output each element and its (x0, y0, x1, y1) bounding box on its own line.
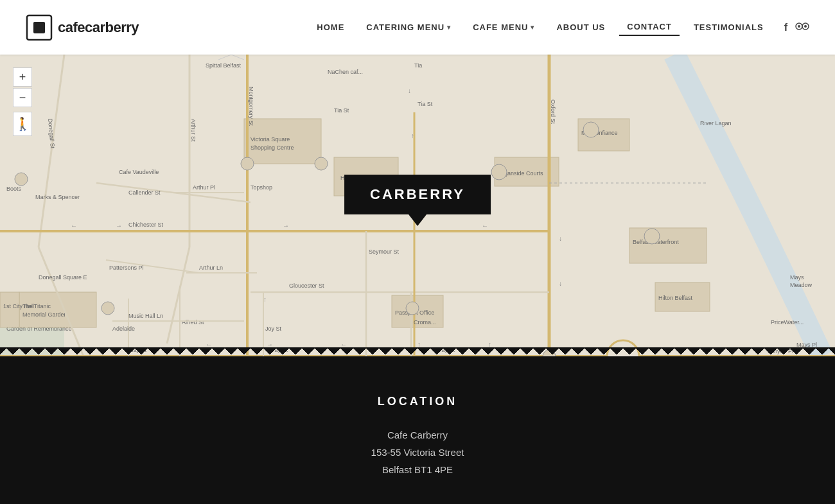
svg-text:Adelaide: Adelaide (112, 326, 135, 332)
svg-point-94 (15, 173, 28, 186)
svg-point-98 (491, 164, 507, 180)
svg-rect-1 (33, 22, 45, 33)
svg-rect-26 (0, 292, 19, 327)
svg-text:Arthur St: Arthur St (190, 119, 197, 142)
location-name: Cafe Carberry (371, 426, 464, 444)
catering-menu-arrow: ▾ (447, 24, 451, 31)
svg-point-97 (583, 122, 599, 137)
svg-text:↓: ↓ (559, 280, 562, 287)
location-address-line1: 153-55 Victoria Street (371, 444, 464, 461)
svg-text:Boots: Boots (6, 186, 22, 192)
svg-text:1st City Hall: 1st City Hall (3, 303, 34, 309)
svg-point-92 (241, 157, 254, 170)
svg-text:Croma...: Croma... (414, 319, 436, 326)
svg-point-96 (406, 302, 419, 315)
svg-text:Marks & Spencer: Marks & Spencer (35, 194, 80, 200)
svg-text:↑: ↑ (263, 296, 267, 303)
svg-text:Victoria Square: Victoria Square (251, 136, 290, 143)
svg-text:Montgomery St: Montgomery St (248, 87, 254, 126)
location-address-line2: Belfast BT1 4PE (371, 461, 464, 478)
social-links: f (784, 21, 809, 34)
svg-text:Callender St: Callender St (128, 189, 161, 196)
svg-point-5 (804, 25, 807, 28)
nav-testimonials[interactable]: TESTIMONIALS (686, 19, 771, 35)
svg-text:←: ← (71, 222, 77, 229)
marker-tip (409, 214, 426, 226)
zoom-out-button[interactable]: − (13, 88, 32, 107)
svg-text:↓: ↓ (559, 235, 562, 242)
svg-text:Memorial Garden: Memorial Garden (22, 311, 67, 318)
svg-text:Music Hall Ln: Music Hall Ln (128, 313, 163, 319)
zoom-in-button[interactable]: + (13, 67, 32, 87)
logo[interactable]: cafecarberry (26, 14, 139, 41)
nav-contact[interactable]: CONTACT (619, 19, 680, 36)
svg-text:Arthur Ln: Arthur Ln (199, 265, 223, 271)
svg-text:PriceWater...: PriceWater... (771, 319, 804, 326)
svg-text:Seymour St: Seymour St (369, 248, 400, 255)
svg-text:NaChen caf...: NaChen caf... (328, 69, 363, 75)
svg-text:Shopping Centre: Shopping Centre (251, 144, 294, 151)
main-nav: HOME CATERING MENU ▾ CAFE MENU ▾ ABOUT U… (309, 19, 809, 36)
svg-text:River Lagan: River Lagan (700, 120, 732, 126)
zigzag-separator (0, 356, 835, 376)
facebook-icon[interactable]: f (784, 22, 787, 33)
svg-text:Chichester St: Chichester St (128, 222, 164, 228)
location-title: LOCATION (378, 395, 458, 408)
svg-text:Meadow: Meadow (790, 282, 813, 288)
map-container[interactable]: River Lagan Garden of Remembrance Victor… (0, 55, 835, 356)
nav-catering-menu[interactable]: CATERING MENU ▾ (358, 19, 459, 35)
location-details: Cafe Carberry 153-55 Victoria Street Bel… (371, 426, 464, 478)
tripadvisor-icon[interactable] (795, 21, 809, 34)
svg-text:Arthur Pl: Arthur Pl (193, 184, 215, 191)
logo-icon (26, 14, 53, 41)
nav-home[interactable]: HOME (309, 19, 352, 35)
svg-text:Joy St: Joy St (265, 326, 282, 332)
map-controls: + − 🚶 (13, 67, 32, 136)
svg-text:Hilton Belfast: Hilton Belfast (658, 295, 693, 301)
svg-point-4 (798, 25, 800, 28)
svg-text:Pattersons Pl: Pattersons Pl (109, 265, 144, 271)
nav-cafe-menu[interactable]: CAFE MENU ▾ (465, 19, 542, 35)
svg-text:Mays: Mays (790, 274, 804, 281)
person-icon: 🚶 (15, 116, 31, 132)
svg-text:Tia: Tia (414, 62, 422, 69)
svg-text:↑: ↑ (411, 132, 414, 139)
location-section: LOCATION Cafe Carberry 153-55 Victoria S… (0, 356, 835, 504)
street-view-button[interactable]: 🚶 (13, 112, 32, 136)
svg-text:Topshop: Topshop (251, 184, 272, 191)
svg-text:Oxford St: Oxford St (550, 100, 556, 125)
site-header: cafecarberry HOME CATERING MENU ▾ CAFE M… (0, 0, 835, 55)
svg-text:Cafe Vaudeville: Cafe Vaudeville (119, 169, 159, 175)
logo-text: cafecarberry (58, 19, 139, 36)
map-marker: CARBERRY (344, 175, 491, 226)
svg-text:Donegall Square E: Donegall Square E (39, 274, 87, 281)
nav-about-us[interactable]: ABOUT US (549, 19, 613, 35)
svg-text:Tia St: Tia St (334, 107, 349, 114)
svg-text:Alfred St: Alfred St (182, 319, 204, 326)
svg-point-93 (315, 157, 328, 170)
svg-point-95 (101, 302, 114, 315)
svg-text:Spittal Belfast: Spittal Belfast (206, 62, 242, 69)
svg-text:↓: ↓ (408, 87, 411, 94)
svg-text:Gloucester St: Gloucester St (289, 282, 324, 289)
svg-text:Tia St: Tia St (418, 101, 433, 107)
svg-rect-19 (629, 228, 707, 263)
svg-point-99 (644, 229, 660, 244)
svg-text:→: → (283, 222, 289, 229)
cafe-menu-arrow: ▾ (531, 24, 534, 31)
marker-label: CARBERRY (344, 175, 491, 214)
svg-rect-23 (19, 292, 96, 327)
svg-text:→: → (116, 222, 122, 229)
